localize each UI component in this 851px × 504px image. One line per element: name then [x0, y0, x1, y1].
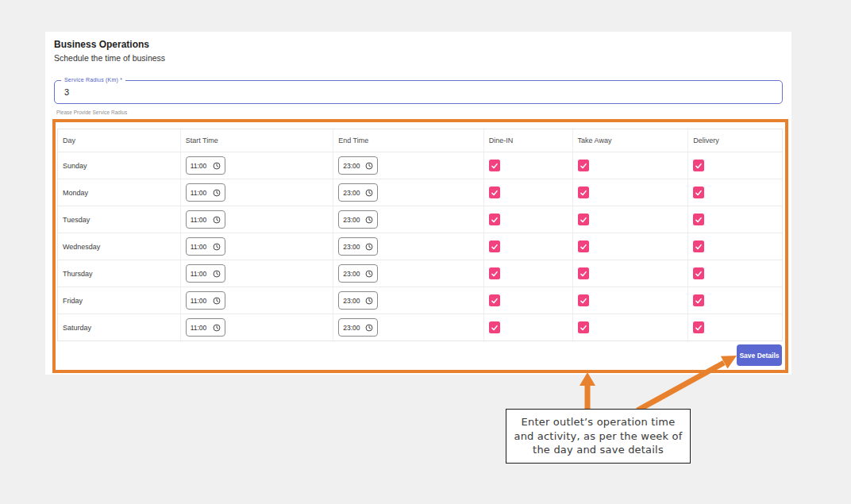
service-radius-value[interactable]: 3: [64, 87, 69, 97]
delivery-checkbox[interactable]: [693, 294, 704, 306]
business-operations-panel: Business Operations Schedule the time of…: [45, 32, 791, 375]
start-time-input[interactable]: 11:00: [186, 183, 225, 202]
clock-icon: [365, 297, 373, 305]
start-time-input[interactable]: 11:00: [186, 291, 225, 310]
start-time-value: 11:00: [191, 162, 207, 170]
take-away-checkbox[interactable]: [578, 267, 589, 279]
take-away-checkbox[interactable]: [578, 321, 589, 333]
table-row: Sunday 11:00 23:00: [58, 152, 782, 179]
table-row: Thursday 11:00 23:00: [58, 260, 782, 287]
dine-in-checkbox[interactable]: [489, 214, 500, 225]
dine-in-checkbox[interactable]: [489, 240, 500, 252]
up-arrow-icon: [580, 372, 595, 410]
check-icon: [491, 189, 499, 197]
take-away-checkbox[interactable]: [578, 294, 589, 306]
take-away-checkbox[interactable]: [578, 240, 589, 252]
dine-in-checkbox[interactable]: [489, 160, 500, 171]
end-time-input[interactable]: 23:00: [338, 291, 378, 310]
end-time-input[interactable]: 23:00: [338, 183, 378, 202]
end-time-input[interactable]: 23:00: [338, 318, 378, 337]
dine-in-checkbox[interactable]: [489, 187, 500, 198]
check-icon: [491, 324, 499, 332]
start-time-value: 11:00: [191, 243, 207, 251]
table-row: Monday 11:00 23:00: [58, 179, 782, 206]
start-time-input[interactable]: 11:00: [186, 210, 225, 229]
day-label: Thursday: [63, 270, 93, 278]
day-label: Sunday: [63, 162, 87, 170]
save-details-button[interactable]: Save Details: [737, 344, 782, 366]
delivery-checkbox[interactable]: [693, 187, 704, 198]
table-body: Sunday 11:00 23:00: [58, 152, 782, 340]
start-time-input[interactable]: 11:00: [186, 156, 225, 175]
clock-icon: [213, 324, 221, 332]
start-time-input[interactable]: 11:00: [186, 264, 225, 283]
annotation-line: the day and save details: [533, 443, 664, 457]
check-icon: [695, 216, 703, 224]
annotation-line: and activity, as per the week of: [514, 429, 682, 444]
check-icon: [695, 270, 703, 278]
end-time-input[interactable]: 23:00: [338, 264, 378, 283]
check-icon: [695, 324, 703, 332]
clock-icon: [213, 216, 221, 224]
end-time-value: 23:00: [343, 189, 360, 197]
dine-in-checkbox[interactable]: [489, 267, 500, 279]
end-time-value: 23:00: [343, 297, 360, 305]
clock-icon: [213, 297, 221, 305]
column-header-end-time: End Time: [333, 129, 484, 152]
clock-icon: [213, 243, 221, 251]
start-time-input[interactable]: 11:00: [186, 318, 225, 337]
end-time-input[interactable]: 23:00: [338, 237, 378, 256]
clock-icon: [365, 324, 373, 332]
start-time-value: 11:00: [191, 324, 207, 332]
page-subtitle: Schedule the time of business: [54, 53, 165, 63]
check-icon: [580, 162, 587, 170]
service-radius-field[interactable]: Service Radius (Km) * 3: [54, 80, 783, 104]
end-time-value: 23:00: [343, 162, 360, 170]
service-radius-helper-text: Please Provide Service Radius: [56, 110, 127, 115]
take-away-checkbox[interactable]: [578, 187, 589, 198]
clock-icon: [365, 189, 373, 197]
check-icon: [491, 162, 499, 170]
check-icon: [580, 324, 587, 332]
table-header: Day Start Time End Time Dine-IN Take Awa…: [58, 129, 782, 152]
delivery-checkbox[interactable]: [693, 214, 704, 225]
column-header-day: Day: [58, 129, 181, 152]
start-time-input[interactable]: 11:00: [186, 237, 225, 256]
end-time-value: 23:00: [343, 270, 360, 278]
day-label: Monday: [63, 189, 88, 197]
end-time-value: 23:00: [343, 243, 360, 251]
delivery-checkbox[interactable]: [693, 321, 704, 333]
table-row: Friday 11:00 23:00: [58, 287, 782, 314]
delivery-checkbox[interactable]: [693, 240, 704, 252]
column-header-delivery: Delivery: [688, 129, 782, 152]
column-header-start-time: Start Time: [181, 129, 334, 152]
dine-in-checkbox[interactable]: [489, 321, 500, 333]
dine-in-checkbox[interactable]: [489, 294, 500, 306]
start-time-value: 11:00: [191, 297, 207, 305]
check-icon: [580, 216, 587, 224]
check-icon: [580, 189, 587, 197]
take-away-checkbox[interactable]: [578, 160, 589, 171]
check-icon: [580, 243, 587, 251]
clock-icon: [365, 270, 373, 278]
end-time-value: 23:00: [343, 216, 360, 224]
start-time-value: 11:00: [191, 216, 207, 224]
delivery-checkbox[interactable]: [693, 160, 704, 171]
start-time-value: 11:00: [191, 270, 207, 278]
day-label: Tuesday: [63, 216, 90, 224]
clock-icon: [365, 216, 373, 224]
clock-icon: [365, 243, 373, 251]
clock-icon: [365, 162, 373, 170]
day-label: Saturday: [63, 324, 91, 332]
day-label: Wednesday: [63, 243, 100, 251]
end-time-input[interactable]: 23:00: [338, 210, 378, 229]
end-time-input[interactable]: 23:00: [338, 156, 378, 175]
check-icon: [695, 297, 703, 305]
take-away-checkbox[interactable]: [578, 214, 589, 225]
schedule-highlight-box: Day Start Time End Time Dine-IN Take Awa…: [52, 119, 788, 373]
schedule-table: Day Start Time End Time Dine-IN Take Awa…: [57, 129, 783, 341]
start-time-value: 11:00: [191, 189, 207, 197]
column-header-dine-in: Dine-IN: [484, 129, 573, 152]
delivery-checkbox[interactable]: [693, 267, 704, 279]
annotation-callout: Enter outlet’s operation time and activi…: [506, 409, 691, 464]
